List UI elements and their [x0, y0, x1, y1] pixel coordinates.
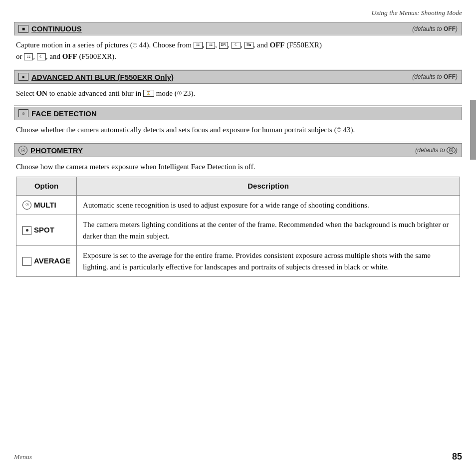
- photometry-default: (defaults to ☉): [415, 147, 458, 154]
- page-footer: Menus 85: [14, 452, 462, 462]
- face-detection-header: ☺ FACE DETECTION: [14, 107, 462, 120]
- section-advanced-anti-blur: ■ ADVANCED ANTI BLUR (F550EXR Only) (def…: [14, 70, 462, 106]
- table-cell-desc-multi: Automatic scene recognition is used to a…: [77, 195, 460, 215]
- face-detection-title: FACE DETECTION: [31, 109, 97, 118]
- section-face-detection: ☺ FACE DETECTION Choose whether the came…: [14, 107, 462, 142]
- photometry-icon: ☉: [18, 146, 27, 155]
- continuous-icon: ■: [18, 25, 28, 33]
- table-row: SPOT The camera meters lighting conditio…: [16, 215, 460, 246]
- table-cell-option-multi: ☉ MULTI: [16, 195, 77, 215]
- table-col-description: Description: [77, 177, 460, 195]
- footer-menus-label: Menus: [14, 453, 32, 461]
- face-detection-icon: ☺: [18, 109, 28, 117]
- section-photometry: ☉ PHOTOMETRY (defaults to ☉) Choose how …: [14, 143, 462, 283]
- spot-icon: [22, 226, 31, 235]
- average-icon: [22, 257, 31, 266]
- average-label: AVERAGE: [34, 255, 70, 267]
- photometry-header: ☉ PHOTOMETRY (defaults to ☉): [14, 143, 462, 157]
- advanced-anti-blur-title: ADVANCED ANTI BLUR (F550EXR Only): [31, 73, 174, 81]
- table-row: AVERAGE Exposure is set to the average f…: [16, 246, 460, 277]
- multi-label: MULTI: [34, 200, 56, 211]
- advanced-anti-blur-body: Select ON to enable advanced anti blur i…: [14, 84, 462, 106]
- advanced-anti-blur-icon: ■: [18, 73, 28, 81]
- table-cell-desc-average: Exposure is set to the average for the e…: [77, 246, 460, 277]
- multi-icon: ☉: [22, 201, 31, 210]
- table-cell-desc-spot: The camera meters lighting conditions at…: [77, 215, 460, 246]
- table-row: ☉ MULTI Automatic scene recognition is u…: [16, 195, 460, 215]
- face-detection-body: Choose whether the camera automatically …: [14, 120, 462, 142]
- table-header-row: Option Description: [16, 177, 460, 195]
- continuous-title: CONTINUOUS: [31, 24, 82, 33]
- table-col-option: Option: [16, 177, 77, 195]
- scrollbar[interactable]: [470, 100, 476, 160]
- advanced-anti-blur-default: (defaults to OFF): [412, 73, 458, 80]
- table-cell-option-average: AVERAGE: [16, 246, 77, 277]
- page-header: Using the Menus: Shooting Mode: [0, 0, 476, 22]
- spot-label: SPOT: [34, 225, 54, 236]
- page-number: 85: [452, 452, 462, 462]
- continuous-body: Capture motion in a series of pictures (…: [14, 35, 462, 69]
- table-cell-option-spot: SPOT: [16, 215, 77, 246]
- advanced-anti-blur-header: ■ ADVANCED ANTI BLUR (F550EXR Only) (def…: [14, 70, 462, 84]
- photometry-table: Option Description ☉ MULTI Automatic sce…: [16, 177, 460, 277]
- continuous-default: (defaults to OFF): [412, 25, 458, 32]
- continuous-header: ■ CONTINUOUS (defaults to OFF): [14, 22, 462, 35]
- section-continuous: ■ CONTINUOUS (defaults to OFF) Capture m…: [14, 22, 462, 69]
- photometry-title: PHOTOMETRY: [30, 146, 83, 155]
- photometry-body: Choose how the camera meters exposure wh…: [14, 157, 462, 283]
- photometry-description: Choose how the camera meters exposure wh…: [16, 161, 460, 173]
